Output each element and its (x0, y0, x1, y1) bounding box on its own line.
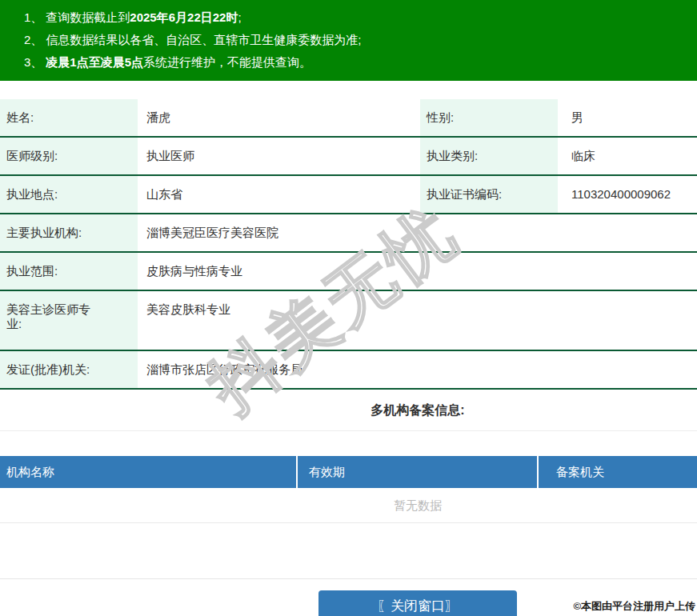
practitioner-info-table: 姓名: 潘虎 性别: 男 医师级别: 执业医师 执业类别: 临床 执业地点: 山… (0, 99, 697, 390)
field-label-cosmetic-specialty: 美容主诊医师专业: (0, 291, 138, 350)
table-row-location-certno: 执业地点: 山东省 执业证书编码: 110320400009062 (0, 176, 697, 214)
field-value-gender: 男 (558, 99, 697, 136)
table-row-cosmetic-specialty: 美容主诊医师专业: 美容皮肤科专业 (0, 291, 697, 351)
notice-line-1: 1、查询数据截止到2025年6月22日22时; (24, 6, 697, 29)
notice-text: ; (238, 10, 241, 24)
notice-number: 2、 (24, 33, 42, 46)
close-window-button[interactable]: 〖关闭窗口〗 (318, 590, 517, 616)
table-row-practice-scope: 执业范围: 皮肤病与性病专业 (0, 253, 697, 291)
notice-text: 系统进行维护，不能提供查询。 (143, 55, 311, 69)
field-value-name: 潘虎 (138, 99, 420, 136)
notice-text: 信息数据结果以各省、自治区、直辖市卫生健康委数据为准; (46, 33, 361, 46)
notice-line-2: 2、信息数据结果以各省、自治区、直辖市卫生健康委数据为准; (24, 29, 697, 51)
field-value-main-institution: 淄博美冠臣医疗美容医院 (138, 214, 697, 251)
query-result-page: 1、查询数据截止到2025年6月22日22时; 2、信息数据结果以各省、自治区、… (0, 0, 697, 616)
column-header-validity-period: 有效期 (298, 456, 539, 488)
registry-table: 机构名称 有效期 备案机关 暂无数据 (0, 456, 697, 523)
field-label-doctor-level: 医师级别: (0, 138, 138, 174)
field-value-certificate-number: 110320400009062 (558, 176, 697, 213)
table-row-main-institution: 主要执业机构: 淄博美冠臣医疗美容医院 (0, 214, 697, 253)
notice-banner: 1、查询数据截止到2025年6月22日22时; 2、信息数据结果以各省、自治区、… (0, 0, 697, 81)
registry-table-header: 机构名称 有效期 备案机关 (0, 456, 697, 488)
field-label-issuing-authority: 发证(批准)机关: (0, 351, 138, 388)
notice-text: 查询数据截止到 (46, 10, 130, 24)
upload-credit-watermark: ©本图由平台注册用户上传 (573, 599, 695, 614)
notice-line-3: 3、凌晨1点至凌晨5点系统进行维护，不能提供查询。 (24, 51, 697, 74)
column-header-filing-authority: 备案机关 (539, 456, 697, 488)
field-value-cosmetic-specialty: 美容皮肤科专业 (138, 291, 697, 350)
field-value-practice-scope: 皮肤病与性病专业 (138, 253, 697, 290)
field-label-practice-category: 执业类别: (420, 138, 558, 174)
field-value-practice-category: 临床 (558, 138, 697, 174)
field-label-certificate-number: 执业证书编码: (420, 176, 558, 213)
notice-bold-text: 凌晨1点至凌晨5点 (46, 55, 143, 69)
field-value-practice-location: 山东省 (138, 176, 420, 213)
notice-bold-text: 2025年6月22日22时 (130, 10, 238, 24)
field-label-name: 姓名: (0, 99, 138, 136)
field-label-main-institution: 主要执业机构: (0, 214, 138, 251)
field-label-practice-location: 执业地点: (0, 176, 138, 213)
field-label-practice-scope: 执业范围: (0, 253, 138, 290)
column-header-institution-name: 机构名称 (0, 456, 298, 488)
table-row-issuing-authority: 发证(批准)机关: 淄博市张店区行政审批服务局 (0, 351, 697, 390)
table-row-name-gender: 姓名: 潘虎 性别: 男 (0, 99, 697, 138)
field-value-issuing-authority: 淄博市张店区行政审批服务局 (138, 351, 697, 388)
notice-number: 3、 (24, 55, 42, 69)
notice-number: 1、 (24, 10, 42, 24)
multi-institution-section-title: 多机构备案信息: (0, 390, 697, 431)
field-label-gender: 性别: (420, 99, 558, 136)
table-row-level-category: 医师级别: 执业医师 执业类别: 临床 (0, 138, 697, 176)
empty-data-placeholder: 暂无数据 (0, 488, 697, 523)
field-value-doctor-level: 执业医师 (138, 138, 420, 174)
